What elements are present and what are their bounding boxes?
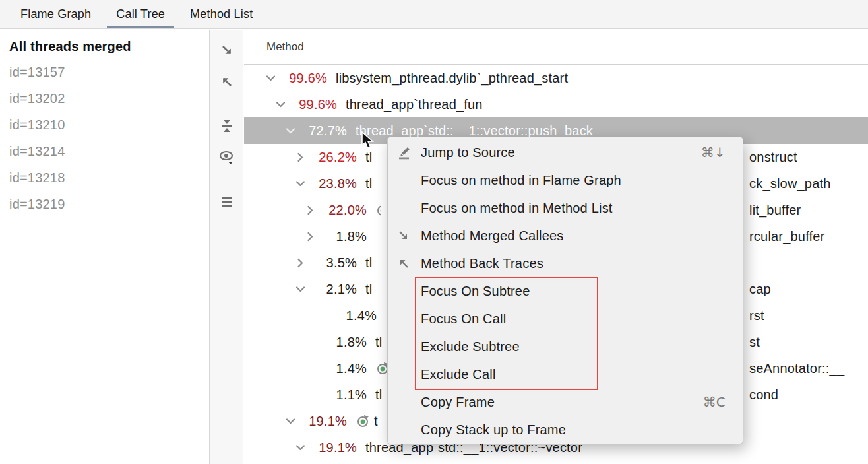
- threads-merged-item[interactable]: All threads merged: [0, 30, 209, 59]
- menu-item-copy-stack-up-to-frame[interactable]: Copy Stack up to Frame: [388, 416, 743, 444]
- row-percent: 1.8%: [318, 229, 367, 244]
- row-percent: 99.6%: [288, 97, 337, 112]
- chevron-down-icon[interactable]: [292, 177, 308, 190]
- method-name: thread_app`thread_fun: [346, 97, 483, 112]
- method-name-fragment: ck_slow_path: [749, 170, 831, 197]
- menu-item-label: Method Merged Callees: [421, 228, 726, 244]
- row-percent: 19.1%: [298, 414, 347, 429]
- thread-list-item[interactable]: id=13157: [0, 59, 209, 85]
- chevron-down-icon[interactable]: [282, 414, 298, 428]
- menu-item-label: Exclude Call: [421, 367, 726, 382]
- method-column-header[interactable]: Method: [244, 30, 868, 65]
- menu-item-label: Focus on method in Method List: [421, 201, 726, 216]
- chevron-right-icon[interactable]: [302, 230, 318, 243]
- thread-list-item[interactable]: id=13214: [0, 138, 209, 164]
- menu-item-focus-on-call[interactable]: Focus On Call: [388, 305, 743, 333]
- method-name-fragment: st: [749, 329, 760, 355]
- recursive-call-icon: [375, 203, 381, 217]
- row-percent: 1.4%: [318, 361, 367, 376]
- mouse-cursor-icon: [359, 131, 378, 153]
- menu-item-label: Focus On Subtree: [421, 284, 726, 299]
- menu-icon-placeholder: [396, 310, 421, 327]
- row-percent: 1.8%: [318, 335, 367, 350]
- thread-list-item[interactable]: id=13202: [0, 85, 209, 112]
- row-percent: 72.7%: [298, 123, 347, 139]
- chevron-down-icon[interactable]: [282, 124, 298, 137]
- menu-item-exclude-call[interactable]: Exclude Call: [388, 360, 743, 388]
- menu-item-method-merged-callees[interactable]: Method Merged Callees: [388, 222, 743, 249]
- row-percent: 3.5%: [308, 255, 357, 271]
- tab-flame-graph[interactable]: Flame Graph: [11, 0, 100, 28]
- chevron-down-icon[interactable]: [263, 71, 278, 84]
- row-percent: 2.1%: [308, 282, 357, 297]
- method-name-fragment: rcular_buffer: [749, 223, 825, 249]
- tab-call-tree[interactable]: Call Tree: [107, 0, 174, 28]
- profiler-window: Flame Graph Call Tree Method List All th…: [0, 0, 868, 464]
- row-percent: 23.8%: [308, 176, 357, 191]
- row-percent: 22.0%: [318, 203, 367, 218]
- calltree-toolbar: [210, 30, 243, 464]
- method-name-fragment: onstruct: [749, 144, 797, 170]
- menu-item-label: Copy Stack up to Frame: [421, 422, 726, 438]
- method-name: t: [374, 414, 378, 429]
- chevron-down-icon[interactable]: [292, 282, 308, 296]
- menu-icon-placeholder: [396, 199, 421, 216]
- menu-item-label: Focus On Call: [421, 312, 726, 327]
- thread-list-item[interactable]: id=13218: [0, 164, 209, 191]
- method-name-fragment: cond: [749, 381, 778, 408]
- method-name-fragment: cap: [749, 276, 771, 302]
- method-back-traces-icon[interactable]: [216, 71, 238, 93]
- threads-panel: All threads merged id=13157id=13202id=13…: [0, 30, 210, 464]
- method-name: tl: [365, 255, 372, 271]
- method-name: tl: [365, 282, 372, 297]
- profiler-tabbar: Flame Graph Call Tree Method List: [0, 0, 868, 29]
- menu-item-focus-on-subtree[interactable]: Focus On Subtree: [388, 277, 743, 305]
- menu-item-copy-frame[interactable]: Copy Frame⌘C: [388, 388, 743, 416]
- list-options-icon[interactable]: [216, 191, 238, 213]
- menu-item-method-back-traces[interactable]: Method Back Traces: [388, 249, 743, 277]
- tab-method-list[interactable]: Method List: [181, 0, 262, 28]
- method-name: libsystem_pthread.dylib`_pthread_start: [336, 71, 568, 86]
- chevron-down-icon[interactable]: [272, 98, 288, 111]
- call-tree-row[interactable]: 99.6%thread_app`thread_fun: [244, 91, 868, 117]
- menu-item-exclude-subtree[interactable]: Exclude Subtree: [388, 333, 743, 360]
- view-options-eye-icon[interactable]: [216, 147, 238, 169]
- menu-icon-placeholder: [396, 366, 421, 383]
- menu-item-focus-on-method-in-method-list[interactable]: Focus on method in Method List: [388, 194, 743, 222]
- toolbar-separator: [217, 180, 237, 180]
- row-percent: 99.6%: [278, 71, 327, 86]
- edit-pencil-icon: [396, 144, 421, 161]
- chevron-placeholder: [302, 335, 318, 348]
- arrow-northwest-icon: [396, 255, 421, 272]
- chevron-right-icon[interactable]: [292, 256, 308, 269]
- row-percent: 26.2%: [308, 150, 357, 165]
- menu-item-jump-to-source[interactable]: Jump to Source⌘↓: [388, 139, 743, 166]
- thread-list-item[interactable]: id=13210: [0, 112, 209, 138]
- recursive-call-icon: [356, 414, 370, 428]
- menu-item-focus-on-method-in-flame-graph[interactable]: Focus on method in Flame Graph: [388, 166, 743, 194]
- call-tree-row[interactable]: 99.6%libsystem_pthread.dylib`_pthread_st…: [244, 65, 868, 91]
- chevron-right-icon[interactable]: [302, 203, 318, 216]
- method-name: tl: [365, 176, 372, 191]
- menu-item-label: Jump to Source: [421, 145, 701, 160]
- chevron-placeholder: [312, 309, 328, 322]
- menu-icon-placeholder: [396, 393, 421, 411]
- menu-item-label: Exclude Subtree: [421, 339, 726, 354]
- menu-item-shortcut: ⌘↓: [701, 145, 726, 160]
- method-name: tl: [375, 335, 382, 350]
- menu-item-shortcut: ⌘C: [703, 394, 726, 410]
- menu-icon-placeholder: [396, 282, 421, 300]
- method-name-fragment: lit_buffer: [749, 197, 801, 223]
- arrow-southeast-icon: [396, 227, 421, 244]
- method-name: tl: [375, 387, 382, 403]
- method-name-fragment: seAnnotator::__: [749, 355, 844, 381]
- chevron-down-icon[interactable]: [292, 441, 308, 454]
- row-percent: 19.1%: [308, 440, 357, 455]
- toolbar-separator: [217, 104, 237, 104]
- collapse-all-icon[interactable]: [216, 115, 238, 137]
- chevron-right-icon[interactable]: [292, 150, 308, 164]
- menu-item-label: Focus on method in Flame Graph: [421, 173, 726, 188]
- thread-list-item[interactable]: id=13219: [0, 191, 209, 217]
- method-merged-callees-icon[interactable]: [216, 39, 238, 61]
- menu-item-label: Copy Frame: [421, 395, 703, 410]
